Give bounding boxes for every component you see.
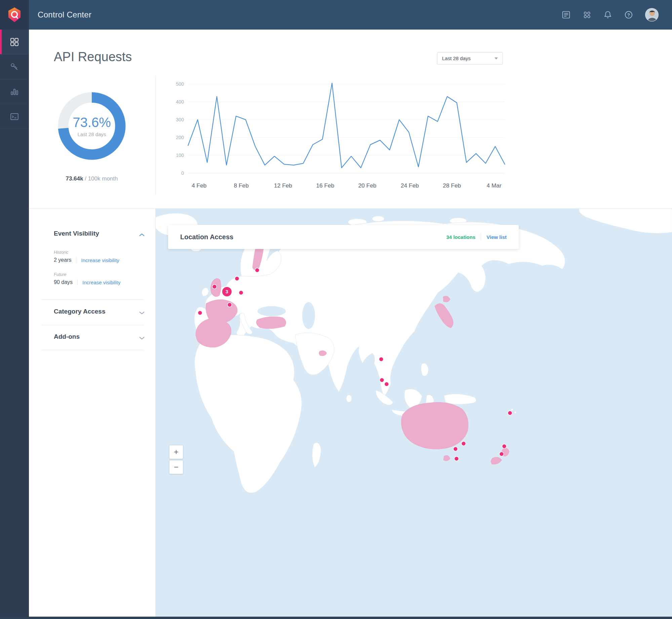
bar-chart-icon (10, 87, 19, 96)
zoom-out-button[interactable]: − (169, 460, 183, 474)
svg-text:28 Feb: 28 Feb (443, 182, 461, 189)
view-list-link[interactable]: View list (486, 234, 507, 240)
terminal-icon (10, 112, 19, 121)
requests-line-chart: 01002003004005004 Feb8 Feb12 Feb16 Feb20… (165, 77, 511, 192)
key-icon (10, 63, 19, 71)
location-marker[interactable] (453, 447, 458, 451)
location-marker[interactable] (500, 452, 504, 456)
category-access-header[interactable]: Category Access (54, 308, 145, 315)
sidebar (0, 30, 29, 619)
map-zoom-controls: + − (169, 445, 183, 474)
location-access-card: Location Access 34 locations View list (168, 225, 519, 249)
location-marker[interactable] (235, 277, 239, 281)
usage-donut-chart: 73.6% Last 28 days (53, 87, 130, 165)
panel-divider (41, 350, 144, 350)
chevron-up-icon (139, 232, 145, 235)
logo-icon (7, 7, 22, 23)
date-range-select[interactable]: Last 28 days (437, 52, 503, 65)
addons-title: Add-ons (54, 333, 139, 340)
svg-text:4 Feb: 4 Feb (192, 182, 206, 189)
historic-label: Historic (54, 250, 68, 255)
location-marker[interactable] (379, 357, 384, 362)
page: Control Center ? (0, 0, 672, 619)
section-vertical-divider (156, 76, 156, 194)
event-visibility-title: Event Visibility (54, 230, 139, 237)
location-access-map[interactable]: 3 Location Access 34 locations View list… (156, 209, 672, 619)
usage-quota-suffix: / 100k month (83, 175, 118, 182)
svg-text:20 Feb: 20 Feb (358, 182, 377, 189)
category-access-title: Category Access (54, 308, 139, 315)
chevron-down-icon (495, 57, 498, 59)
svg-text:16 Feb: 16 Feb (316, 182, 334, 189)
donut-center: 73.6% Last 28 days (53, 87, 130, 165)
svg-text:?: ? (627, 12, 630, 17)
historic-increase-link[interactable]: Increase visibility (81, 257, 119, 263)
changelog-icon[interactable] (562, 10, 570, 19)
svg-text:4 Mar: 4 Mar (486, 182, 502, 189)
location-marker[interactable] (454, 457, 459, 461)
app-logo[interactable] (0, 0, 29, 30)
apps-icon[interactable] (583, 10, 591, 19)
svg-text:500: 500 (176, 81, 184, 87)
card-divider (481, 233, 481, 241)
chevron-down-icon (139, 335, 145, 338)
panel-divider (41, 299, 144, 300)
location-marker[interactable] (198, 311, 202, 315)
settings-panel: Event Visibility Historic 2 years Increa… (29, 209, 156, 619)
chevron-down-icon (139, 310, 145, 313)
future-row: 90 days Increase visibility (54, 279, 120, 285)
cluster-count-label: 3 (226, 289, 228, 294)
location-marker[interactable] (462, 442, 466, 446)
topbar-actions: ? (562, 0, 659, 30)
svg-text:100: 100 (176, 153, 184, 158)
svg-text:12 Feb: 12 Feb (274, 182, 292, 189)
avatar-photo (645, 8, 659, 22)
event-visibility-header[interactable]: Event Visibility (54, 230, 145, 237)
app-title: Control Center (38, 0, 91, 30)
svg-text:300: 300 (176, 117, 184, 122)
location-marker[interactable] (255, 268, 260, 273)
sidebar-item-usage[interactable] (0, 79, 29, 104)
page-title: API Requests (54, 50, 132, 64)
line-chart-svg: 01002003004005004 Feb8 Feb12 Feb16 Feb20… (165, 77, 511, 192)
future-increase-link[interactable]: Increase visibility (82, 280, 120, 285)
addons-header[interactable]: Add-ons (54, 333, 145, 340)
date-range-value: Last 28 days (442, 55, 495, 61)
location-access-title: Location Access (180, 233, 446, 241)
panel-divider (41, 325, 144, 325)
svg-text:200: 200 (176, 135, 184, 140)
world-map-svg: 3 (156, 209, 672, 619)
usage-percent: 73.6% (73, 115, 111, 130)
location-marker[interactable] (212, 285, 217, 289)
usage-quota-value: 73.64k (66, 175, 83, 182)
location-marker[interactable] (228, 303, 232, 307)
svg-text:0: 0 (181, 170, 184, 176)
sidebar-item-api-keys[interactable] (0, 54, 29, 79)
location-marker[interactable] (508, 411, 512, 415)
help-icon[interactable]: ? (624, 10, 633, 19)
location-marker[interactable] (239, 291, 243, 295)
user-avatar[interactable] (645, 8, 659, 22)
usage-percent-sublabel: Last 28 days (77, 131, 106, 137)
zoom-in-button[interactable]: + (169, 445, 183, 459)
api-requests-section: API Requests Last 28 days 73.6% Last 28 … (29, 30, 672, 208)
future-value: 90 days (54, 279, 73, 285)
row-divider (76, 257, 76, 263)
historic-row: 2 years Increase visibility (54, 257, 119, 263)
sidebar-item-console[interactable] (0, 104, 29, 129)
location-marker[interactable] (385, 382, 389, 386)
sidebar-item-dashboard[interactable] (0, 30, 29, 54)
historic-value: 2 years (54, 257, 71, 263)
svg-text:400: 400 (176, 99, 184, 105)
row-divider (77, 279, 78, 285)
svg-text:24 Feb: 24 Feb (401, 182, 419, 189)
future-label: Future (54, 272, 67, 277)
svg-text:8 Feb: 8 Feb (234, 182, 248, 189)
topbar: Control Center ? (0, 0, 672, 30)
location-marker[interactable] (380, 378, 384, 382)
locations-count: 34 locations (446, 234, 476, 240)
dashboard-grid-icon (10, 38, 19, 46)
notifications-bell-icon[interactable] (603, 10, 612, 19)
usage-quota: 73.64k / 100k month (36, 175, 147, 182)
location-marker[interactable] (502, 444, 507, 449)
